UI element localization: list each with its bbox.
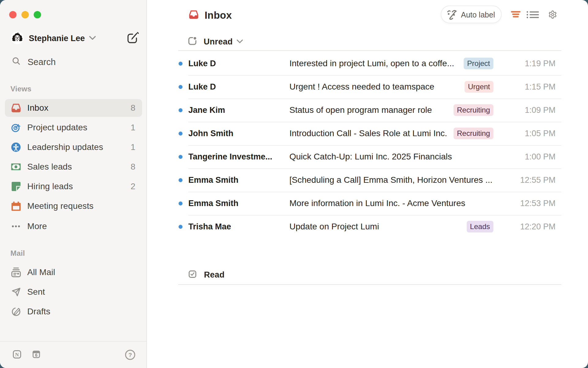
svg-text:N: N	[15, 352, 19, 358]
svg-text:?: ?	[128, 352, 132, 358]
svg-text:6: 6	[35, 353, 38, 358]
